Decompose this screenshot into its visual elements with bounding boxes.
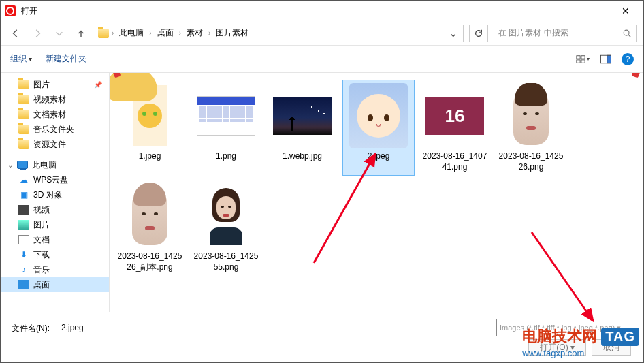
sidebar-item-label: 文档 bbox=[33, 234, 50, 246]
doc-icon bbox=[18, 235, 29, 244]
video-icon bbox=[18, 205, 29, 215]
file-name: 1.webp.jpg bbox=[283, 151, 322, 162]
chevron-right-icon: › bbox=[149, 29, 151, 37]
sidebar-item-doc-assets[interactable]: 文档素材 bbox=[1, 107, 109, 122]
chevron-right-icon: › bbox=[208, 29, 210, 37]
file-item[interactable]: 16 2023-08-16_140741.png bbox=[419, 80, 491, 176]
open-button[interactable]: 打开(O) ▾ bbox=[528, 339, 586, 356]
search-placeholder: 在 图片素材 中搜索 bbox=[498, 27, 622, 39]
svg-rect-6 bbox=[607, 55, 611, 63]
cloud-icon: ☁ bbox=[18, 175, 29, 185]
refresh-button[interactable] bbox=[469, 25, 488, 42]
sidebar-item-label: 资源文件 bbox=[33, 139, 66, 151]
help-button[interactable]: ? bbox=[622, 53, 634, 65]
file-name: 2023-08-16_142526.png bbox=[498, 151, 564, 172]
button-label: 打开(O) bbox=[540, 342, 568, 353]
crumb-sucai[interactable]: 素材 bbox=[184, 26, 206, 40]
app-icon bbox=[5, 5, 16, 16]
thumbnail bbox=[117, 183, 182, 249]
preview-pane-button[interactable] bbox=[598, 52, 613, 67]
folder-icon bbox=[18, 95, 29, 104]
address-dropdown[interactable]: ⌄ bbox=[446, 27, 460, 40]
forward-button[interactable] bbox=[29, 25, 46, 42]
sidebar-item-docs[interactable]: 文档 bbox=[1, 232, 109, 247]
thumbnail bbox=[193, 83, 259, 148]
svg-rect-2 bbox=[581, 55, 585, 58]
search-icon bbox=[622, 29, 632, 38]
sidebar-item-images[interactable]: 图片 bbox=[1, 217, 109, 232]
file-name: 2.jpeg bbox=[368, 151, 390, 162]
folder-icon bbox=[18, 125, 29, 134]
sidebar-item-label: 音乐 bbox=[33, 264, 50, 276]
pc-icon bbox=[17, 161, 28, 169]
back-button[interactable] bbox=[7, 25, 24, 42]
desktop-icon bbox=[18, 280, 29, 289]
music-icon: ♪ bbox=[18, 265, 29, 274]
svg-rect-4 bbox=[581, 59, 585, 62]
chevron-right-icon: › bbox=[179, 29, 181, 37]
thumbnail bbox=[346, 83, 411, 148]
address-bar[interactable]: › 此电脑 › 桌面 › 素材 › 图片素材 ⌄ bbox=[95, 25, 464, 42]
toolbar: 组织 新建文件夹 ? bbox=[1, 46, 643, 73]
cancel-button[interactable]: 取消 bbox=[592, 339, 631, 356]
sidebar-item-video-assets[interactable]: 视频素材 bbox=[1, 92, 109, 107]
sidebar-item-label: 图片 bbox=[33, 219, 50, 231]
titlebar: 打开 ✕ bbox=[1, 1, 643, 21]
file-item[interactable]: 2023-08-16_142526.png bbox=[495, 80, 567, 176]
crumb-tupian[interactable]: 图片素材 bbox=[213, 26, 251, 40]
sidebar-item-wps[interactable]: ☁WPS云盘 bbox=[1, 172, 109, 187]
chevron-right-icon: › bbox=[112, 29, 114, 37]
file-item[interactable]: 2023-08-16_142555.png bbox=[190, 180, 262, 276]
sidebar-item-pictures[interactable]: 图片📌 bbox=[1, 77, 109, 92]
sidebar-item-desktop[interactable]: 桌面 bbox=[1, 277, 109, 292]
folder-icon bbox=[18, 80, 29, 89]
sidebar-item-music[interactable]: ♪音乐 bbox=[1, 262, 109, 277]
folder-icon bbox=[18, 140, 29, 149]
file-name: 1.png bbox=[216, 151, 236, 162]
recent-dropdown[interactable] bbox=[51, 25, 67, 42]
sidebar-item-3d[interactable]: ▣3D 对象 bbox=[1, 187, 109, 202]
download-icon: ⬇ bbox=[18, 250, 29, 259]
sidebar: 图片📌 视频素材 文档素材 音乐文件夹 资源文件 ⌄ 此电脑 ☁WPS云盘 ▣3… bbox=[1, 73, 110, 312]
cube-icon: ▣ bbox=[18, 190, 29, 200]
file-item[interactable]: 2023-08-16_142526_副本.png bbox=[114, 180, 186, 276]
close-button[interactable]: ✕ bbox=[612, 5, 639, 16]
sidebar-item-label: 文档素材 bbox=[33, 109, 66, 121]
sidebar-item-label: 3D 对象 bbox=[33, 189, 63, 201]
file-item-selected[interactable]: 2.jpeg bbox=[342, 80, 415, 176]
navbar: › 此电脑 › 桌面 › 素材 › 图片素材 ⌄ 在 图片素材 中搜索 bbox=[1, 21, 643, 46]
picture-icon bbox=[18, 220, 29, 230]
sidebar-item-downloads[interactable]: ⬇下载 bbox=[1, 247, 109, 262]
window-title: 打开 bbox=[21, 5, 37, 17]
file-grid: 1.jpeg 1.png 1.webp.jpg 2.jpeg 16 2023-0… bbox=[110, 73, 643, 312]
thumbnail bbox=[193, 183, 259, 249]
organize-menu[interactable]: 组织 bbox=[10, 53, 32, 65]
sidebar-item-label: WPS云盘 bbox=[33, 174, 68, 186]
sidebar-item-this-pc[interactable]: ⌄ 此电脑 bbox=[1, 157, 109, 172]
file-item[interactable]: 1.webp.jpg bbox=[266, 80, 338, 176]
sidebar-item-label: 视频素材 bbox=[33, 94, 66, 106]
sidebar-item-label: 音乐文件夹 bbox=[33, 124, 74, 136]
new-folder-button[interactable]: 新建文件夹 bbox=[46, 53, 86, 65]
view-mode-button[interactable] bbox=[575, 52, 590, 67]
crumb-pc[interactable]: 此电脑 bbox=[116, 26, 146, 40]
thumbnail: 16 bbox=[422, 83, 487, 148]
search-input[interactable]: 在 图片素材 中搜索 bbox=[494, 25, 637, 42]
file-name: 2023-08-16_142526_副本.png bbox=[117, 251, 182, 272]
sidebar-item-label: 下载 bbox=[33, 249, 50, 261]
filename-label: 文件名(N): bbox=[12, 323, 50, 334]
sidebar-item-label: 桌面 bbox=[33, 279, 50, 291]
svg-rect-1 bbox=[577, 55, 580, 58]
sidebar-item-videos[interactable]: 视频 bbox=[1, 202, 109, 217]
file-item[interactable]: 1.png bbox=[190, 80, 262, 176]
svg-point-0 bbox=[624, 30, 629, 35]
sidebar-item-label: 此电脑 bbox=[32, 159, 57, 171]
filename-input[interactable] bbox=[57, 319, 489, 336]
filetype-filter[interactable]: Images (*.tif *.tiff *.jpg *.jpeg *.png)… bbox=[496, 319, 632, 336]
up-button[interactable] bbox=[73, 25, 89, 42]
folder-icon bbox=[18, 110, 29, 119]
crumb-desktop[interactable]: 桌面 bbox=[155, 26, 176, 40]
sidebar-item-resources[interactable]: 资源文件 bbox=[1, 137, 109, 152]
sidebar-item-label: 图片 bbox=[33, 79, 50, 91]
sidebar-item-music-folder[interactable]: 音乐文件夹 bbox=[1, 122, 109, 137]
